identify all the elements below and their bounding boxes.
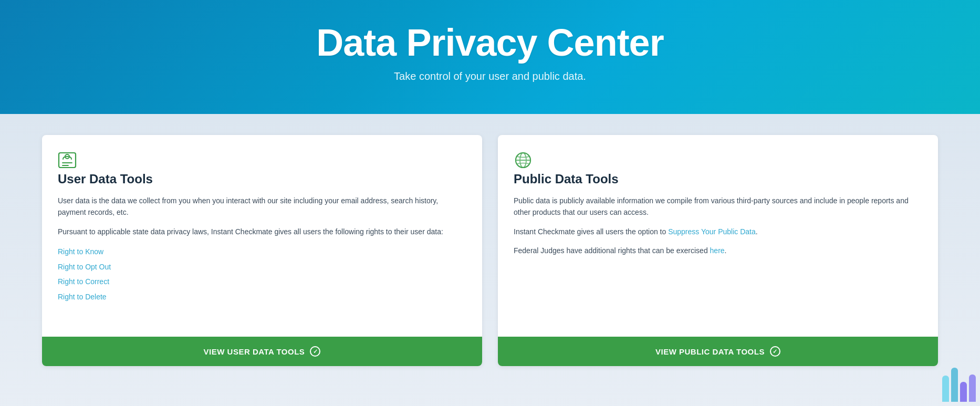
- suppress-public-data-link[interactable]: Suppress Your Public Data: [668, 227, 756, 236]
- user-card-desc2: Pursuant to applicable state data privac…: [58, 226, 466, 237]
- chart-bar-4: [969, 374, 976, 402]
- right-to-delete-link[interactable]: Right to Delete: [58, 290, 466, 304]
- public-desc3-prefix: Federal Judges have additional rights th…: [514, 246, 710, 255]
- user-data-card: User Data Tools User data is the data we…: [42, 135, 482, 366]
- public-desc2-prefix: Instant Checkmate gives all users the op…: [514, 227, 668, 236]
- public-data-icon: [514, 151, 922, 172]
- user-card-body: User data is the data we collect from yo…: [58, 195, 466, 337]
- view-user-data-label: VIEW USER DATA TOOLS: [204, 347, 305, 356]
- chart-bar-2: [951, 368, 958, 402]
- right-to-correct-link[interactable]: Right to Correct: [58, 275, 466, 289]
- svg-point-7: [516, 153, 530, 168]
- user-card-desc1: User data is the data we collect from yo…: [58, 195, 466, 218]
- public-card-desc3: Federal Judges have additional rights th…: [514, 245, 922, 256]
- public-card-title: Public Data Tools: [514, 172, 922, 186]
- page-header: Data Privacy Center Take control of your…: [0, 0, 980, 114]
- user-data-icon: [58, 151, 466, 172]
- view-public-data-button[interactable]: VIEW PUBLIC DATA TOOLS ✓: [498, 337, 938, 366]
- right-to-opt-out-link[interactable]: Right to Opt Out: [58, 260, 466, 274]
- main-content: User Data Tools User data is the data we…: [0, 114, 980, 406]
- page-subtitle: Take control of your user and public dat…: [394, 70, 586, 82]
- user-card-title: User Data Tools: [58, 172, 466, 186]
- public-data-card: Public Data Tools Public data is publicl…: [498, 135, 938, 366]
- page-title: Data Privacy Center: [316, 21, 663, 64]
- check-circle-icon-public: ✓: [770, 346, 780, 357]
- chart-widget: [938, 364, 980, 406]
- chart-bar-3: [960, 382, 967, 402]
- public-card-body: Public data is publicly available inform…: [514, 195, 922, 337]
- user-card-links: Right to Know Right to Opt Out Right to …: [58, 245, 466, 304]
- chart-bar-1: [942, 376, 949, 402]
- federal-judges-here-link[interactable]: here: [710, 246, 725, 255]
- check-circle-icon: ✓: [310, 346, 320, 357]
- public-card-desc1: Public data is publicly available inform…: [514, 195, 922, 218]
- right-to-know-link[interactable]: Right to Know: [58, 245, 466, 259]
- view-user-data-button[interactable]: VIEW USER DATA TOOLS ✓: [42, 337, 482, 366]
- view-public-data-label: VIEW PUBLIC DATA TOOLS: [655, 347, 765, 356]
- public-card-desc2: Instant Checkmate gives all users the op…: [514, 226, 922, 237]
